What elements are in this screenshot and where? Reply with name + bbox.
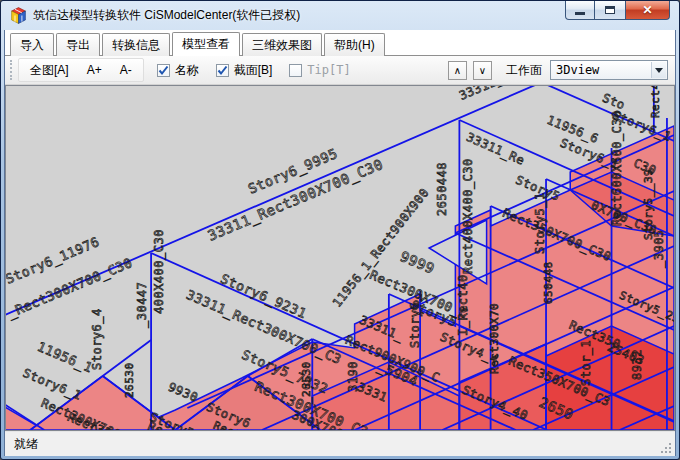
workplane-combobox[interactable]: 3Dview bbox=[550, 60, 668, 80]
checkbox-tip-label: Tip[T] bbox=[307, 63, 350, 77]
model-label: 2650448 bbox=[435, 162, 449, 216]
minimize-icon bbox=[575, 12, 585, 15]
model-label: I_Rect40 bbox=[456, 274, 470, 336]
checkbox-tip-box bbox=[289, 64, 302, 77]
tab-help[interactable]: 帮助(H) bbox=[324, 33, 385, 56]
check-icon bbox=[158, 65, 169, 76]
level-up-button[interactable]: ∧ bbox=[448, 61, 467, 80]
window-controls: ✕ bbox=[565, 1, 670, 20]
checkbox-section[interactable]: 截面[B] bbox=[216, 62, 273, 79]
model-label: _26530 bbox=[300, 361, 313, 404]
checkbox-section-box bbox=[216, 64, 229, 77]
combobox-dropdown-button[interactable] bbox=[651, 62, 666, 78]
zoom-button-group: 全图[A] A+ A- bbox=[18, 58, 144, 82]
tab-strip: 导入 导出 转换信息 模型查看 三维效果图 帮助(H) bbox=[5, 30, 675, 56]
workplane-label: 工作面 bbox=[506, 62, 542, 79]
model-label: Stor_1 bbox=[579, 340, 593, 386]
status-bar: 就绪 bbox=[5, 431, 675, 456]
model-viewport[interactable]: Story6_11976_Rect300X700_C30Story6_99953… bbox=[5, 85, 675, 431]
minimize-button[interactable] bbox=[565, 1, 595, 20]
toolbar: 全图[A] A+ A- 名称 截面[B] Tip[T] ∧ ∨ 工作面 3Dvi… bbox=[5, 56, 675, 85]
model-label: Rect300X70 bbox=[488, 303, 501, 374]
maximize-icon bbox=[605, 6, 615, 14]
app-window: 筑信达模型转换软件 CiSModelCenter(软件已授权) ✕ 导入 导出 … bbox=[0, 0, 680, 460]
tab-export[interactable]: 导出 bbox=[56, 33, 100, 56]
window-title: 筑信达模型转换软件 CiSModelCenter(软件已授权) bbox=[33, 7, 300, 24]
model-label: 400X400_C30 bbox=[152, 229, 166, 314]
model-label: Rect400 bbox=[649, 86, 662, 118]
tab-conversion-info[interactable]: 转换信息 bbox=[102, 33, 170, 56]
close-icon: ✕ bbox=[642, 4, 652, 16]
chevron-down-icon bbox=[655, 68, 663, 77]
level-down-button[interactable]: ∨ bbox=[473, 61, 492, 80]
zoom-out-button[interactable]: A- bbox=[111, 59, 141, 81]
checkbox-name-label: 名称 bbox=[175, 62, 199, 79]
zoom-in-button[interactable]: A+ bbox=[78, 59, 111, 81]
model-label: _30447 bbox=[135, 282, 149, 328]
maximize-button[interactable] bbox=[595, 1, 625, 20]
model-label: 8932 bbox=[630, 349, 644, 380]
fit-view-button[interactable]: 全图[A] bbox=[21, 58, 78, 83]
workplane-value: 3Dview bbox=[556, 63, 599, 77]
title-bar[interactable]: 筑信达模型转换软件 CiSModelCenter(软件已授权) ✕ bbox=[1, 1, 679, 30]
close-button[interactable]: ✕ bbox=[625, 1, 670, 20]
status-text: 就绪 bbox=[14, 436, 38, 453]
app-cube-icon bbox=[10, 7, 27, 24]
client-area: 导入 导出 转换信息 模型查看 三维效果图 帮助(H) 全图[A] A+ A- … bbox=[4, 30, 676, 456]
model-label: 26530 bbox=[123, 362, 136, 398]
checkbox-section-label: 截面[B] bbox=[234, 62, 273, 79]
checkbox-name[interactable]: 名称 bbox=[157, 62, 199, 79]
model-label: 650448 bbox=[542, 261, 555, 304]
checkbox-name-box bbox=[157, 64, 170, 77]
toolbar-grip[interactable] bbox=[10, 60, 13, 80]
model-label: 3190 bbox=[346, 361, 360, 392]
tab-model-view[interactable]: 模型查看 bbox=[172, 32, 240, 56]
model-label: Story6_ bbox=[408, 294, 422, 348]
tab-import[interactable]: 导入 bbox=[10, 33, 54, 56]
model-label: Story6_4 bbox=[90, 308, 104, 370]
check-icon bbox=[217, 65, 228, 76]
resize-grip[interactable] bbox=[669, 443, 671, 445]
tab-3d-render[interactable]: 三维效果图 bbox=[242, 33, 322, 56]
checkbox-tip[interactable]: Tip[T] bbox=[289, 63, 350, 77]
model-label: Story5_1 bbox=[533, 192, 547, 254]
model-canvas-svg[interactable]: Story6_11976_Rect300X700_C30Story6_99953… bbox=[6, 86, 674, 430]
model-label: Rect400X400_C30 bbox=[461, 158, 475, 274]
